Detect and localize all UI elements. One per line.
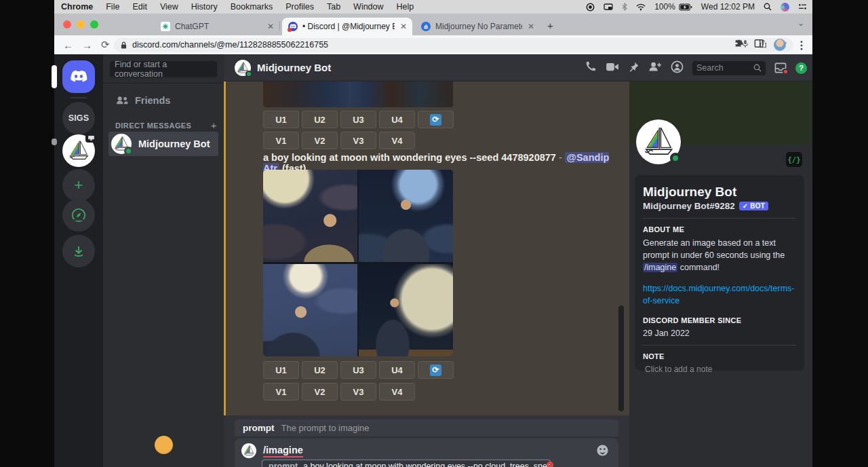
menu-item-file[interactable]: File (106, 2, 119, 12)
generated-image-partial[interactable] (263, 81, 453, 107)
window-zoom-button[interactable] (90, 20, 98, 29)
about-text: command! (677, 263, 719, 272)
screen-record-icon[interactable] (586, 3, 595, 12)
stream-badge-icon (85, 133, 96, 143)
generated-image-quadrant-3[interactable] (263, 264, 357, 356)
create-dm-icon[interactable]: + (211, 119, 217, 131)
server-midjourney[interactable] (62, 134, 95, 167)
variation-button-v1[interactable]: V1 (263, 383, 299, 400)
siri-icon[interactable] (781, 3, 789, 12)
upscale-button-u4[interactable]: U4 (379, 111, 415, 128)
tab-chatgpt[interactable]: ✳ ChatGPT ✕ (155, 18, 279, 35)
variation-button-v3[interactable]: V3 (340, 383, 376, 400)
voice-call-icon[interactable] (584, 60, 597, 76)
add-friends-to-dm-icon[interactable] (648, 61, 662, 75)
terms-link[interactable]: https://docs.midjourney.com/docs/terms-o… (643, 283, 796, 307)
control-center-icon[interactable] (798, 3, 807, 10)
back-button[interactable]: ← (63, 39, 73, 51)
dm-item-midjourney-bot[interactable]: Midjourney Bot (108, 132, 218, 156)
prompt-option-value[interactable]: a boy looking at moon with wondering eye… (303, 462, 551, 467)
reroll-button[interactable]: ⟳ (418, 111, 454, 128)
menu-item-window[interactable]: Window (353, 2, 383, 12)
extensions-puzzle-icon[interactable] (734, 39, 744, 51)
generated-image-quadrant-2[interactable] (359, 170, 453, 262)
sidebar-item-friends[interactable]: Friends (108, 88, 218, 113)
chat-search-input[interactable]: Search (692, 61, 766, 75)
url-text[interactable]: discord.com/channels/@me/112828885506221… (132, 40, 328, 50)
upscale-button-u3[interactable]: U3 (340, 361, 376, 379)
menu-item-view[interactable]: View (160, 2, 178, 12)
user-profile-icon[interactable] (671, 60, 684, 76)
inbox-icon[interactable] (774, 62, 787, 74)
variation-button-v1[interactable]: V1 (263, 132, 299, 149)
menu-item-help[interactable]: Help (397, 2, 414, 12)
emoji-picker-icon[interactable] (596, 444, 609, 460)
menubar-clock[interactable]: Wed 12:02 PM (701, 2, 755, 12)
download-apps-button[interactable] (62, 235, 95, 267)
slash-option-suggestion[interactable]: prompt The prompt to imagine (235, 419, 618, 436)
tab-search-chevron-icon[interactable]: ⌄ (797, 18, 804, 28)
tab-midjourney[interactable]: Midjourney No Parameter ✕ (415, 18, 540, 35)
upscale-button-u1[interactable]: U1 (263, 361, 299, 379)
variation-button-v4[interactable]: V4 (379, 132, 415, 149)
server-sigs[interactable]: SIGS (62, 102, 95, 134)
tab-close-icon[interactable]: ✕ (400, 22, 407, 31)
dm-header-label[interactable]: DIRECT MESSAGES (115, 122, 191, 130)
help-icon[interactable]: ? (795, 62, 807, 74)
address-bar[interactable]: discord.com/channels/@me/112828885506221… (114, 38, 793, 52)
window-close-button[interactable] (63, 20, 71, 29)
display-mirroring-icon[interactable] (604, 3, 613, 11)
upscale-button-u1[interactable]: U1 (263, 111, 299, 128)
upscale-button-u4[interactable]: U4 (379, 361, 415, 379)
tab-close-icon[interactable]: ✕ (528, 22, 534, 31)
variation-button-v3[interactable]: V3 (340, 132, 376, 149)
message-composer[interactable]: /imagine prompt a boy looking at moon wi… (235, 438, 618, 467)
reload-button[interactable]: ⟳ (101, 39, 110, 51)
browser-menu-dots-icon[interactable]: ⋮ (796, 39, 807, 52)
forward-button[interactable]: → (82, 39, 92, 51)
menu-item-edit[interactable]: Edit (132, 2, 147, 12)
pin-icon[interactable] (628, 61, 639, 75)
profile-avatar[interactable] (636, 119, 681, 164)
tab-discord-active[interactable]: • Discord | @Midjourney Bot ✕ (282, 18, 412, 35)
imagine-command-pill[interactable]: /imagine (643, 263, 677, 272)
variation-button-v2[interactable]: V2 (302, 383, 338, 400)
profile-avatar[interactable] (774, 39, 786, 51)
variation-button-v2[interactable]: V2 (302, 132, 338, 149)
note-input-placeholder[interactable]: Click to add a note (643, 365, 796, 374)
window-minimize-button[interactable] (77, 20, 85, 29)
new-tab-button[interactable]: + (547, 20, 553, 31)
menu-item-history[interactable]: History (191, 2, 218, 12)
add-server-button[interactable]: + (62, 169, 95, 202)
generated-image-quadrant-1[interactable] (263, 170, 357, 262)
site-lock-icon[interactable] (121, 41, 127, 49)
chat-scrollbar[interactable] (618, 305, 624, 411)
side-panel-icon[interactable] (754, 39, 764, 51)
prompt-option-input[interactable]: prompt a boy looking at moon with wonder… (262, 460, 551, 467)
discord-home-button[interactable] (62, 60, 95, 93)
tab-close-icon[interactable]: ✕ (267, 22, 274, 31)
reroll-button[interactable]: ⟳ (418, 361, 454, 379)
generated-image-quadrant-4[interactable] (359, 264, 453, 356)
upscale-button-u2[interactable]: U2 (302, 361, 338, 379)
video-call-icon[interactable] (606, 62, 619, 75)
battery-icon (679, 3, 692, 11)
discord-app: SIGS + Find or start a conversation (54, 54, 812, 467)
menu-item-bookmarks[interactable]: Bookmarks (231, 2, 273, 12)
wifi-icon[interactable] (636, 3, 646, 11)
generated-image-grid[interactable] (263, 170, 453, 356)
explore-servers-button[interactable] (62, 199, 95, 231)
menu-item-profiles[interactable]: Profiles (285, 2, 314, 12)
menu-item-chrome[interactable]: Chrome (61, 2, 93, 12)
conversation-search-button[interactable]: Find or start a conversation (110, 61, 217, 77)
bluetooth-icon[interactable] (622, 3, 627, 11)
variation-button-v4[interactable]: V4 (379, 383, 415, 400)
upscale-button-u3[interactable]: U3 (340, 111, 376, 128)
menu-item-tab[interactable]: Tab (327, 2, 340, 12)
current-user-avatar[interactable] (155, 436, 173, 454)
spotlight-icon[interactable] (764, 3, 772, 11)
chat-header-avatar[interactable] (235, 60, 251, 76)
chrome-tab-strip: ✳ ChatGPT ✕ • Discord | @Midjourney Bot … (54, 14, 812, 35)
slash-badge-glyph: {/} (788, 155, 801, 164)
upscale-button-u2[interactable]: U2 (302, 111, 338, 128)
